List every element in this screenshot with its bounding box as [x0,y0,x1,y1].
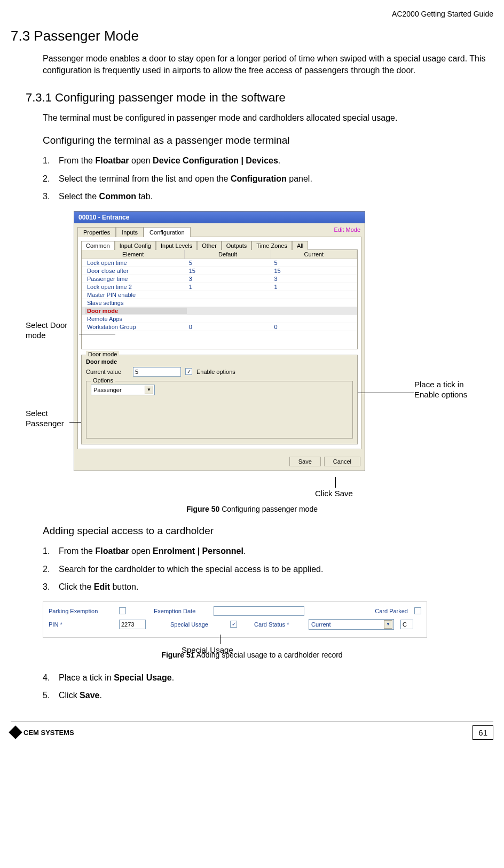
tab-configuration[interactable]: Configuration [144,227,190,237]
inner-tab-common[interactable]: Common [81,241,115,250]
callout-door-mode: Select Door mode [26,320,79,341]
inner-tabs: Common Input Config Input Levels Other O… [81,240,358,249]
page-number: 61 [472,725,493,740]
cancel-button[interactable]: Cancel [324,457,360,466]
current-value-input[interactable] [133,367,181,377]
c-input[interactable] [400,620,413,629]
special-usage-label: Special Usage [170,621,224,628]
parking-exemption-checkbox[interactable] [119,607,126,614]
procedure-heading-b: Adding special access to a cardholder [43,525,493,537]
chevron-down-icon: ▼ [145,386,153,394]
row-door-mode[interactable]: Door mode [82,307,357,315]
step-a1: 1. From the Floatbar open Device Configu… [43,154,493,168]
step-b3: 3. Click the Edit button. [43,580,493,594]
figure-50-caption: Figure 50 Configuring passenger mode [11,505,493,513]
card-parked-label: Card Parked [375,608,408,614]
door-mode-label: Door mode [86,358,353,365]
enable-options-checkbox[interactable]: ✓ [185,368,192,375]
inner-tab-all[interactable]: All [292,241,308,250]
parking-exemption-label: Parking Exemption [49,608,113,614]
inner-tab-other[interactable]: Other [197,241,222,250]
callout-special-usage: Special Usage [182,645,233,655]
card-status-label: Card Status * [254,621,302,628]
col-current: Current [271,250,357,259]
step-c5: 5. Click Save. [43,689,493,702]
steps-b: 1. From the Floatbar open Enrolment | Pe… [43,544,493,594]
exemption-date-input[interactable] [214,606,304,616]
window-title: 00010 - Entrance [74,212,365,223]
step-c4: 4. Place a tick in Special Usage. [43,671,493,685]
inner-tab-input-config[interactable]: Input Config [115,241,156,250]
row-workstation[interactable]: Workstation Group00 [82,323,357,331]
figure-50-wrap: Select Door mode Select Passenger Place … [11,211,493,499]
config-grid: Element Default Current Lock open time55… [81,249,358,349]
row-lock-open-2[interactable]: Lock open time 211 [82,283,357,291]
step-a2: 2. Select the terminal from the list and… [43,172,493,186]
callout-enable: Place a tick in Enable options [414,380,473,400]
card-status-dropdown[interactable]: Current ▼ [309,619,394,630]
row-lock-open[interactable]: Lock open time55 [82,259,357,267]
page-footer: CEM SYSTEMS 61 [11,722,493,740]
cube-icon [9,726,22,739]
options-dropdown[interactable]: Passenger ▼ [91,385,155,395]
subsection-heading: 7.3.1 Configuring passenger mode in the … [26,91,493,105]
row-door-close[interactable]: Door close after1515 [82,267,357,275]
row-passenger-time[interactable]: Passenger time33 [82,275,357,283]
procedure-heading-a: Configuring the terminal as a passenger … [43,135,493,146]
inner-tab-input-levels[interactable]: Input Levels [156,241,197,250]
exemption-date-label: Exemption Date [154,608,207,614]
enable-options-label: Enable options [196,369,235,375]
chevron-down-icon: ▼ [384,620,392,629]
step-b2: 2. Search for the cardholder to which th… [43,562,493,576]
tab-properties[interactable]: Properties [77,227,116,237]
figure-51-caption: Figure 51 Adding special usage to a card… [11,651,493,659]
section-heading: 7.3 Passenger Mode [11,28,493,44]
col-default: Default [185,250,271,259]
save-button[interactable]: Save [289,457,321,466]
personnel-panel: Parking Exemption Exemption Date Card Pa… [43,601,427,638]
pin-label: PIN * [49,621,113,628]
subsection-text: The terminal must be configured in passe… [43,113,493,123]
special-usage-checkbox[interactable]: ✓ [230,621,237,628]
intro-paragraph: Passenger mode enables a door to stay op… [43,53,493,76]
row-slave[interactable]: Slave settings [82,299,357,307]
top-tabs: Properties Inputs Configuration Edit Mod… [74,223,365,237]
current-value-label: Current value [86,369,129,375]
step-b1: 1. From the Floatbar open Enrolment | Pe… [43,544,493,558]
card-parked-checkbox[interactable] [414,607,421,614]
step-a3: 3. Select the Common tab. [43,190,493,204]
figure-51-wrap: Parking Exemption Exemption Date Card Pa… [11,601,493,638]
door-mode-fieldset: Door mode Door mode Current value ✓ Enab… [81,355,358,444]
cem-logo: CEM SYSTEMS [11,728,74,737]
tab-inputs[interactable]: Inputs [116,227,144,237]
inner-tab-time-zones[interactable]: Time Zones [251,241,292,250]
steps-c: 4. Place a tick in Special Usage. 5. Cli… [43,671,493,702]
callout-passenger: Select Passenger [26,409,79,429]
callout-save: Click Save [315,489,353,499]
edit-mode-link[interactable]: Edit Mode [334,226,360,233]
row-remote-apps[interactable]: Remote Apps [82,315,357,323]
device-config-window: 00010 - Entrance Properties Inputs Confi… [74,211,365,471]
col-element: Element [82,250,185,259]
doc-title: AC2000 Getting Started Guide [392,10,493,18]
pin-input[interactable] [119,620,146,629]
steps-a: 1. From the Floatbar open Device Configu… [43,154,493,204]
inner-tab-outputs[interactable]: Outputs [222,241,252,250]
row-master-pin[interactable]: Master PIN enable [82,291,357,299]
doc-header: AC2000 Getting Started Guide [11,0,493,28]
